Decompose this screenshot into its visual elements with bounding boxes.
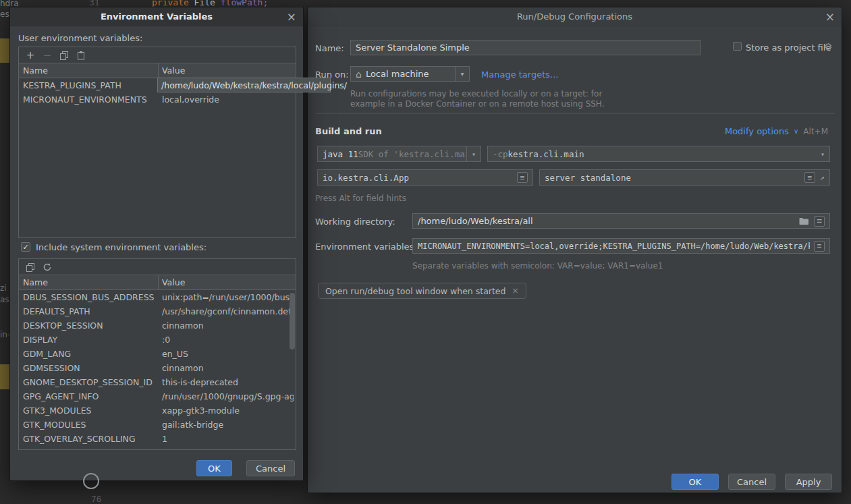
separator [315, 113, 835, 114]
column-header-name: Name [23, 275, 48, 290]
table-row[interactable]: DBUS_SESSION_BUS_ADDRESSunix:path=/run/u… [19, 290, 296, 304]
table-row[interactable]: DISPLAY:0 [19, 333, 296, 347]
chip-label: Open run/debug tool window when started [325, 286, 505, 296]
copy-icon[interactable] [25, 262, 36, 273]
add-icon[interactable]: + [25, 50, 36, 61]
classpath-dropdown[interactable]: -cp kestra.cli.main ▾ [487, 146, 830, 162]
run-debug-configurations-dialog: Run/Debug Configurations × Name: Server … [307, 7, 842, 493]
expand-field-icon[interactable]: ≡ [814, 241, 825, 252]
environment-variables-input[interactable]: MICRONAUT_ENVIRONMENTS=local,override;KE… [412, 238, 830, 254]
remove-icon[interactable]: − [42, 50, 53, 61]
copy-icon[interactable] [59, 50, 70, 61]
cp-module: kestra.cli.main [508, 149, 584, 159]
table-row[interactable]: MICRONAUT_ENVIRONMENTS local,override [19, 92, 296, 107]
chevron-down-icon: ▾ [821, 150, 825, 158]
user-env-vars-label: User environment variables: [18, 33, 142, 43]
table-row[interactable]: GPG_AGENT_INFO/run/user/1000/gnupg/S.gpg… [19, 389, 296, 403]
program-arguments-value: server standalone [545, 173, 631, 183]
main-class-value: io.kestra.cli.App [323, 173, 409, 183]
chip-close-icon[interactable]: × [512, 286, 518, 296]
table-rows: DBUS_SESSION_BUS_ADDRESSunix:path=/run/u… [19, 290, 296, 446]
folder-icon[interactable] [799, 217, 809, 225]
cancel-label: Cancel [737, 477, 767, 487]
program-arguments-input[interactable]: server standalone ≡ ↗ [539, 169, 830, 186]
apply-button[interactable]: Apply [785, 474, 832, 490]
include-system-vars-checkbox[interactable]: ✓ [21, 242, 30, 252]
var-value: unix:path=/run/user/1000/bus [162, 290, 290, 304]
store-as-project-file-label: Store as project file [746, 43, 831, 53]
var-name: DBUS_SESSION_BUS_ADDRESS [23, 290, 155, 304]
table-row[interactable]: GNOME_DESKTOP_SESSION_IDthis-is-deprecat… [19, 375, 296, 389]
working-directory-input[interactable]: /home/ludo/Web/kestra/all ≡ [412, 213, 830, 229]
name-input[interactable]: Server Standalone Simple [350, 40, 701, 55]
var-name: GDMSESSION [23, 361, 80, 375]
system-env-vars-table: Name Value DBUS_SESSION_BUS_ADDRESSunix:… [18, 258, 296, 450]
name-label: Name: [315, 43, 344, 53]
dialog-title: Environment Variables [101, 11, 213, 22]
var-value: 1 [162, 432, 167, 446]
var-name: MICRONAUT_ENVIRONMENTS [23, 92, 147, 107]
table-toolbar [19, 259, 296, 275]
var-value: this-is-deprecated [162, 375, 238, 389]
main-class-input[interactable]: io.kestra.cli.App ≡ [317, 169, 533, 186]
cursor-halo [83, 473, 99, 489]
cancel-button[interactable]: Cancel [246, 460, 295, 476]
manage-targets-link[interactable]: Manage targets... [481, 69, 558, 80]
var-value: :0 [162, 333, 170, 347]
close-icon[interactable]: × [287, 11, 296, 22]
run-on-help-line2: example in a Docker Container or on a re… [350, 99, 605, 109]
cancel-button[interactable]: Cancel [728, 474, 775, 490]
run-on-dropdown[interactable]: ⌂ Local machine ▾ [350, 66, 470, 82]
jdk-dropdown[interactable]: java 11 SDK of 'kestra.cli.main' ▾ [317, 146, 481, 162]
editor-text-fragment: in- [0, 330, 10, 339]
table-row[interactable]: GTK3_MODULESxapp-gtk3-module [19, 403, 296, 418]
table-header: Name Value [19, 275, 296, 290]
dialog-titlebar: Run/Debug Configurations × [308, 7, 842, 26]
expand-field-icon[interactable]: ≡ [517, 172, 528, 183]
cp-flag: -cp [493, 149, 508, 159]
run-on-help-line1: Run configurations may be executed local… [350, 89, 602, 99]
close-icon[interactable]: × [825, 11, 835, 22]
modify-options-link[interactable]: Modify options [725, 126, 789, 136]
expand-field-icon[interactable]: ≡ [814, 216, 825, 227]
include-system-vars-label: Include system environment variables: [36, 242, 207, 252]
column-header-value: Value [162, 63, 185, 78]
screen: 31 private File flowPath; 76 hdra es zi … [0, 0, 851, 504]
ok-button[interactable]: OK [671, 474, 719, 490]
store-as-project-file-checkbox[interactable] [733, 42, 742, 51]
dialog-title: Run/Debug Configurations [517, 11, 632, 22]
line-number-bottom: 76 [91, 494, 102, 504]
field-hints-text: Press Alt for field hints [315, 194, 406, 203]
table-row[interactable]: DESKTOP_SESSIONcinnamon [19, 318, 296, 333]
expanded-value-cell[interactable]: /home/ludo/Web/kestra/kestra/local/plugi… [157, 78, 331, 92]
var-value: xapp-gtk3-module [162, 403, 240, 418]
environment-variables-dialog: Environment Variables × User environment… [9, 7, 304, 481]
paste-icon[interactable] [76, 50, 86, 61]
ok-button[interactable]: OK [196, 460, 232, 476]
scrollbar[interactable] [290, 293, 295, 349]
environment-variables-label: Environment variables: [315, 242, 417, 252]
table-row[interactable]: GTK_OVERLAY_SCROLLING1 [19, 432, 296, 446]
table-row[interactable]: GDM_LANGen_US [19, 347, 296, 361]
cancel-label: Cancel [256, 464, 285, 474]
var-value: en_US [162, 347, 188, 361]
var-value: cinnamon [162, 361, 204, 375]
open-tool-window-chip[interactable]: Open run/debug tool window when started … [318, 283, 526, 299]
table-row[interactable]: DEFAULTS_PATH/usr/share/gconf/cinnamon.d… [19, 304, 296, 318]
chevron-down-icon: ∨ [794, 128, 798, 135]
column-divider [158, 275, 159, 289]
var-name: GNOME_DESKTOP_SESSION_ID [23, 375, 153, 389]
expand-window-icon[interactable]: ↗ [820, 173, 825, 182]
table-row[interactable]: GDMSESSIONcinnamon [19, 361, 296, 375]
var-name: GTK3_MODULES [23, 403, 91, 418]
name-value: Server Standalone Simple [356, 43, 470, 53]
var-name: GTK_OVERLAY_SCROLLING [23, 432, 136, 446]
reload-icon[interactable] [42, 262, 53, 273]
gear-icon[interactable]: ⚙ [824, 41, 833, 52]
dialog-titlebar: Environment Variables × [10, 7, 303, 26]
check-icon: ✓ [22, 244, 28, 251]
var-value: cinnamon [162, 318, 204, 333]
ok-label: OK [208, 464, 221, 474]
table-row[interactable]: GTK_MODULESgail:atk-bridge [19, 418, 296, 432]
expand-field-icon[interactable]: ≡ [804, 172, 815, 183]
